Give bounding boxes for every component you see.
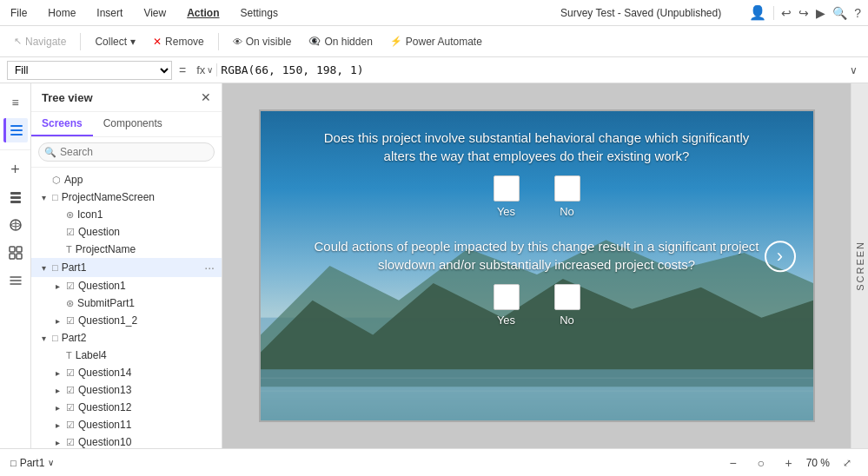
search-toolbar-btn[interactable]: 🔍 [832,6,847,20]
tree-item-app[interactable]: ⬡ App [31,171,222,188]
tree-item-question11[interactable]: ▸ ☑ Question11 [31,416,222,433]
screen-expand-icon: ▾ [42,193,52,202]
power-automate-label: Power Automate [406,36,482,48]
tree-search-input[interactable] [38,142,215,162]
fx-button[interactable]: fx ∨ [193,63,217,76]
no1-label: No [560,205,574,218]
part1-more-btn[interactable]: ··· [204,261,215,274]
tree-item-label4[interactable]: T Label4 [31,347,222,364]
zoom-fit-btn[interactable]: ○ [751,453,772,473]
q12-label: Question12 [78,401,215,413]
remove-label: Remove [165,36,204,48]
projectname-type-icon: T [66,244,72,255]
tree-item-question[interactable]: ☑ Question [31,223,222,241]
play-btn[interactable]: ▶ [816,6,825,20]
menu-file[interactable]: File [7,5,30,21]
formula-bar: Fill = fx ∨ ∨ [0,57,868,83]
yes2-checkbox[interactable] [494,284,520,310]
tree-item-question10[interactable]: ▸ ☑ Question10 [31,433,222,448]
tab-screens[interactable]: Screens [31,112,93,136]
sidebar-treeview-icon[interactable] [3,118,28,142]
on-visible-btn[interactable]: 👁 On visible [226,32,299,51]
tree-item-part2[interactable]: ▾ □ Part2 [31,329,222,347]
navigate-icon: ↖ [14,36,22,47]
user-icon[interactable]: 👤 [749,4,766,21]
screen-icon: □ [52,192,58,202]
sidebar-variables-icon[interactable] [3,268,28,293]
collect-btn[interactable]: Collect ▾ [88,32,142,51]
help-btn[interactable]: ? [854,6,861,20]
tree-item-question12[interactable]: ▸ ☑ Question12 [31,399,222,416]
app-label: App [64,174,215,186]
no2-checkbox[interactable] [554,284,580,310]
fx-label: fx [196,63,205,76]
part1-type-icon: □ [52,262,58,273]
no1-checkbox[interactable] [554,175,580,202]
tree-item-submitpart1[interactable]: ⊛ SubmitPart1 [31,294,222,312]
sidebar-components-icon[interactable] [3,241,28,265]
menu-settings[interactable]: Settings [237,5,282,21]
q10-type-icon: ☑ [66,437,75,448]
zoom-out-btn[interactable]: − [723,453,744,473]
q13-type-icon: ☑ [66,385,75,396]
q10-expand: ▸ [56,438,66,447]
tree-close-btn[interactable]: ✕ [201,90,211,104]
question-label: Question [78,226,215,238]
tree-item-question1[interactable]: ▸ ☑ Question1 [31,277,222,294]
formula-input[interactable] [221,63,843,76]
sidebar-menu-icon[interactable]: ≡ [3,90,28,115]
yes1-label: Yes [497,205,515,218]
menu-action[interactable]: Action [183,5,222,21]
on-hidden-btn[interactable]: 👁‍🗨 On hidden [301,32,379,51]
fx-chevron: ∨ [207,65,213,75]
survey-option-yes-2[interactable]: Yes [494,284,520,327]
menu-insert[interactable]: Insert [93,5,126,21]
q1-2-expand: ▸ [56,316,66,326]
survey-option-no-1[interactable]: No [554,175,580,218]
q13-label: Question13 [78,384,215,396]
tree-item-question14[interactable]: ▸ ☑ Question14 [31,364,222,381]
formula-expand-btn[interactable]: ∨ [846,64,861,76]
tree-item-projectnamescreen[interactable]: ▾ □ ProjectNameScreen [31,188,222,206]
sidebar-add-icon[interactable]: + [3,157,28,182]
sidebar-layers-icon[interactable] [3,185,28,209]
toolbar: ↖ Navigate Collect ▾ ✕ Remove 👁 On visib… [0,26,868,57]
redo-btn[interactable]: ↪ [798,6,809,20]
tree-item-question1-2[interactable]: ▸ ☑ Question1_2 [31,312,222,329]
survey-option-no-2[interactable]: No [554,284,580,327]
survey-option-yes-1[interactable]: Yes [494,175,520,218]
search-icon: 🔍 [44,147,56,158]
label4-type-icon: T [66,350,72,360]
canvas-area: Does this project involve substantial be… [222,83,851,448]
next-arrow-btn[interactable]: › [765,241,796,272]
remove-btn[interactable]: ✕ Remove [146,32,211,51]
navigate-btn[interactable]: ↖ Navigate [7,32,73,51]
part1-expand-icon: ▾ [42,263,52,273]
property-dropdown[interactable]: Fill [7,61,172,80]
projectname-label: ProjectName [76,243,215,255]
tree-item-part1[interactable]: ▾ □ Part1 ··· [31,258,222,277]
icon1-label: Icon1 [77,208,215,221]
svg-rect-2 [10,134,23,136]
collect-chevron: ▾ [130,36,136,48]
tree-item-icon1[interactable]: ⊛ Icon1 [31,206,222,223]
tree-item-projectname[interactable]: T ProjectName [31,241,222,258]
q12-type-icon: ☑ [66,402,75,413]
sidebar-data-icon[interactable] [3,213,28,237]
menu-bar: File Home Insert View Action Settings Su… [0,0,868,26]
right-sidebar[interactable]: SCREEN [851,83,868,448]
bottom-part-indicator[interactable]: □ Part1 ∨ [10,457,54,469]
tree-item-question13[interactable]: ▸ ☑ Question13 [31,381,222,399]
tab-components[interactable]: Components [93,112,173,136]
menu-view[interactable]: View [140,5,169,21]
undo-btn[interactable]: ↩ [781,6,792,20]
q1-type-icon: ☑ [66,281,75,292]
remove-x-icon: ✕ [153,36,162,48]
power-automate-btn[interactable]: ⚡ Power Automate [383,32,489,51]
yes1-checkbox[interactable] [494,175,520,202]
fullscreen-btn[interactable]: ⤢ [837,453,858,473]
power-automate-icon: ⚡ [390,36,402,47]
q13-expand: ▸ [56,386,66,395]
menu-home[interactable]: Home [44,5,79,21]
zoom-in-btn[interactable]: + [779,453,799,473]
